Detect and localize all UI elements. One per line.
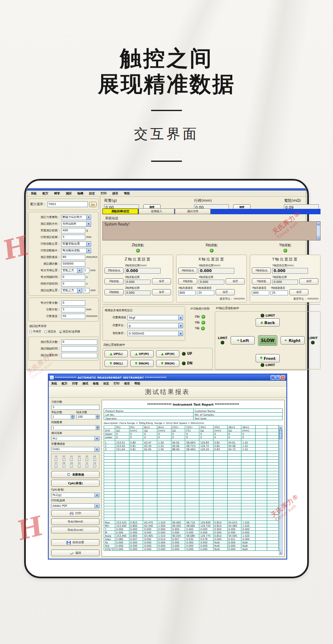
secondary-value-field[interactable]: 1 [83, 288, 89, 293]
checkbox-icon[interactable]: ✓ [70, 465, 73, 468]
menu-item[interactable]: 設定 [89, 191, 95, 196]
checkbox-icon[interactable]: ✓ [62, 465, 65, 468]
channel-checkbox[interactable]: 04 ✓ [76, 455, 83, 461]
chevron-down-icon[interactable]: ▼ [94, 447, 99, 451]
radio-icon[interactable] [44, 330, 47, 333]
menu-item[interactable]: 配方 [62, 381, 67, 386]
menu-item[interactable]: 配方 [42, 191, 48, 196]
origin-position-value[interactable]: 0.000 [199, 280, 224, 285]
slow-button[interactable]: SLOW [258, 335, 277, 346]
dropdown-field[interactable]: g▼ [127, 323, 183, 328]
menu-item[interactable]: 系統 [31, 191, 37, 196]
save-option-radio[interactable]: 測定值/波形圖 [59, 330, 80, 334]
current-count-input[interactable]: 3 [51, 405, 99, 410]
checkbox-icon[interactable]: ✓ [78, 458, 81, 461]
low-speed-value[interactable]: 25 [197, 290, 214, 295]
chevron-down-icon[interactable]: ▼ [86, 215, 91, 220]
axis-origin-button[interactable]: Y軸原點 [252, 278, 271, 285]
text-field[interactable]: 0 [61, 275, 85, 280]
menu-item[interactable]: 軸機 [77, 191, 83, 196]
sensor-channel-select[interactable]: CH01▼ [51, 447, 99, 452]
checkbox-icon[interactable]: ✓ [62, 458, 65, 461]
save-button[interactable]: 保存 [226, 278, 245, 285]
dropdown-field[interactable]: 壓縮力&拉伸力▼ [61, 215, 91, 220]
z-up-button[interactable]: ▲UP(L) [104, 350, 128, 357]
channel-checkbox[interactable]: 09 ✓ [68, 462, 75, 468]
z-init-button[interactable]: Z軸初始化 [104, 268, 124, 274]
text-field[interactable]: 3 [61, 235, 85, 240]
front-button[interactable]: ▼Front [256, 354, 280, 362]
axis-origin-button[interactable]: X軸原點 [178, 278, 197, 285]
table-scrollbar[interactable]: ▲ ▼ [279, 425, 283, 555]
text-field[interactable]: 500000 [61, 261, 85, 267]
dropdown-field[interactable]: 荷重零點位置▼ [61, 241, 91, 247]
channel-checkbox[interactable]: 10 ✓ [76, 462, 83, 468]
chevron-down-icon[interactable]: ▼ [178, 323, 183, 328]
chevron-down-icon[interactable]: ▼ [86, 248, 91, 253]
channel-checkbox[interactable]: 12 ✓ [91, 462, 99, 468]
checkbox-icon[interactable]: ✓ [55, 465, 57, 468]
checkbox-icon[interactable]: ✓ [78, 465, 81, 468]
menu-item[interactable]: 歸零 [54, 191, 60, 196]
save-option-radio[interactable]: 不保存 [29, 330, 41, 334]
dropdown-field[interactable]: 5Kgf▼ [127, 315, 183, 320]
menu-item[interactable]: 归零 [72, 381, 78, 386]
chevron-down-icon[interactable]: ▼ [77, 288, 82, 293]
title-bar[interactable]: ************** AUTOMATIC MEASUREMENT INS… [49, 374, 286, 381]
back-button[interactable]: ▲Back [256, 318, 280, 327]
axis-init-button[interactable]: Y軸初始化 [252, 268, 271, 274]
text-field[interactable]: 400 [61, 228, 85, 233]
tab[interactable]: 原點回歸/設定 [102, 208, 138, 214]
save-button[interactable]: 保存 [152, 278, 171, 285]
channel-checkbox[interactable]: 06 ✓ [91, 455, 99, 461]
dropdown-field[interactable]: 零點上方▼ [61, 268, 82, 273]
chevron-down-icon[interactable]: ▼ [94, 504, 99, 508]
high-speed-value[interactable]: 600 [178, 290, 196, 295]
printer-select[interactable]: Adobe PDF▼ [51, 503, 99, 508]
return-button[interactable]: 返回 [51, 550, 99, 556]
position-value[interactable]: 0.000 [125, 290, 151, 295]
channel-checkbox[interactable]: 03 ✓ [68, 455, 75, 461]
checkbox-icon[interactable]: ✓ [93, 458, 96, 461]
export-word-button[interactable]: 导出(Word) [51, 518, 99, 525]
stepper[interactable]: ▲▼ [96, 414, 99, 419]
stepper[interactable]: ▲▼ [96, 425, 99, 430]
menu-item[interactable]: 打印 [101, 191, 107, 196]
checkbox-icon[interactable]: ✓ [55, 458, 57, 461]
channel-checkbox[interactable]: 02 ✓ [60, 455, 68, 461]
scroll-down-icon[interactable]: ▼ [317, 236, 320, 240]
checkbox-icon[interactable]: ✓ [70, 458, 73, 461]
scrollbar-thumb[interactable] [279, 430, 282, 439]
export-excel-button[interactable]: 导出(Excel) [51, 527, 99, 533]
menu-item[interactable]: 检视 [93, 381, 99, 386]
low-speed-value[interactable]: 25 [271, 290, 288, 295]
channel-checkbox[interactable]: 01 ✓ [52, 455, 60, 461]
save-button[interactable]: 保存 [299, 278, 318, 285]
axis-action-button[interactable]: Z軸原點 [104, 278, 124, 285]
z-up-button[interactable]: ▲UP(H) [156, 350, 179, 357]
radio-icon[interactable] [29, 330, 32, 333]
chevron-down-icon[interactable]: ▼ [94, 493, 99, 497]
save-button[interactable]: 保存 [152, 289, 171, 295]
interval-input[interactable]: 1 [51, 425, 96, 430]
secondary-value-field[interactable]: 1 [83, 268, 89, 273]
checkbox-icon[interactable]: ✓ [93, 465, 96, 468]
scroll-down-icon[interactable]: ▼ [279, 551, 282, 555]
save-option-radio[interactable]: 測定值 [44, 330, 56, 334]
z-down-button[interactable]: ▼DN(L) [104, 360, 128, 367]
chevron-down-icon[interactable]: ▼ [178, 315, 183, 320]
menu-item[interactable]: 語言 [112, 191, 118, 196]
high-speed-value[interactable]: 600 [252, 290, 269, 295]
save-settings-button[interactable]: 保存设置 [51, 539, 99, 546]
text-field[interactable]: 3 [61, 307, 85, 312]
menu-item[interactable]: 幫助 [124, 191, 130, 196]
right-button[interactable]: ►Right [281, 336, 305, 344]
channel-checkbox[interactable]: 08 ✓ [60, 462, 68, 468]
text-field[interactable]: 0 [61, 300, 85, 306]
chevron-down-icon[interactable]: ▼ [77, 268, 82, 273]
dropdown-field[interactable]: 0-3000mΩ▼ [127, 331, 183, 336]
radio-icon[interactable] [59, 330, 62, 333]
result-filter-select[interactable]: ALL▼ [51, 436, 99, 441]
scrollbar[interactable]: ▲ ▼ [316, 222, 320, 240]
text-field[interactable]: 80 [61, 255, 85, 260]
